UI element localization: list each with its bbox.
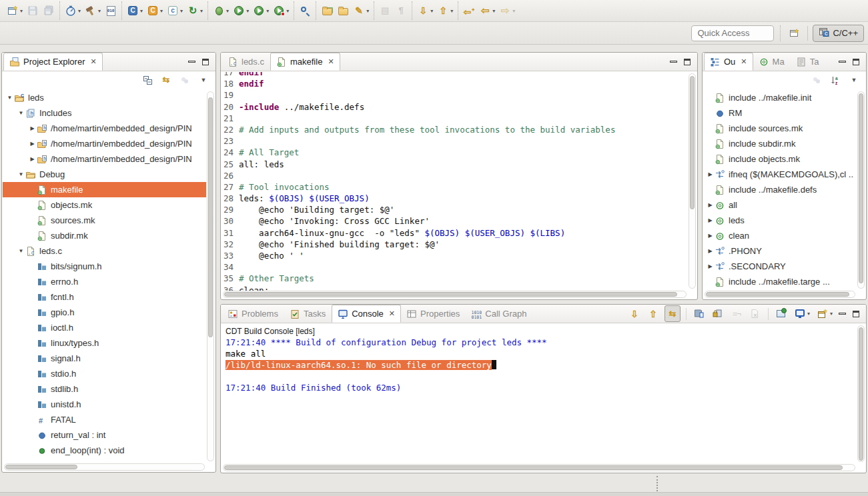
view-tab-console[interactable]: Console✕ (332, 305, 401, 323)
code-line[interactable]: 22# Add inputs and outputs from these to… (222, 125, 688, 136)
new-wizard-button[interactable]: ▾ (5, 3, 24, 19)
new-c-project-button[interactable]: C▾ (125, 3, 144, 19)
tree-item[interactable]: ▼.cleds.c (3, 243, 206, 259)
rebuild-index-button[interactable]: ↻▾ (185, 3, 204, 19)
run-button[interactable]: ▾ (232, 3, 250, 19)
run-external-button[interactable]: ▾ (272, 3, 290, 19)
outline-item[interactable]: RM (703, 105, 857, 121)
expander-icon[interactable]: ▼ (17, 110, 25, 116)
new-c-project-dropdown-icon[interactable]: ▾ (140, 8, 143, 14)
outline-item[interactable]: ▶all (703, 197, 857, 213)
tree-item[interactable]: makefile (3, 182, 206, 197)
mark-occurrences-dropdown-icon[interactable]: ▾ (366, 8, 369, 14)
tree-item[interactable]: ▼Cleds (3, 90, 206, 105)
back-button[interactable]: ⇦▾ (478, 3, 496, 19)
profile-stopwatch-button[interactable]: ▾ (63, 3, 82, 19)
sort-button[interactable]: az (828, 72, 843, 89)
code-line[interactable]: 33 @echo ' ' (222, 251, 688, 262)
scroll-lock-button[interactable] (711, 305, 725, 322)
code-line[interactable]: 32 @echo 'Finished building target: $@' (222, 239, 688, 251)
console-output-area[interactable]: CDT Build Console [leds] 17:21:40 **** B… (222, 324, 857, 464)
code-line[interactable]: 23 (222, 136, 688, 147)
view-menu-button[interactable]: ▼ (847, 72, 861, 89)
view-tab-problems[interactable]: Problems (222, 305, 284, 323)
view-tab-ou[interactable]: Ou✕ (704, 53, 753, 71)
outline-item[interactable]: include sources.mk (703, 121, 857, 136)
previous-annotation-button[interactable]: ⇧▾ (436, 3, 454, 19)
statusbar-sash-handle[interactable] (657, 476, 658, 494)
outline-vscrollbar[interactable] (857, 91, 865, 289)
tree-item[interactable]: errno.h (3, 274, 206, 289)
tree-item[interactable]: ▼Debug (3, 167, 206, 182)
debug-dropdown-icon[interactable]: ▾ (226, 8, 229, 14)
outline-item[interactable]: ▶clean (703, 228, 857, 243)
project-explorer-hscrollbar[interactable] (4, 463, 205, 471)
minimize-icon[interactable] (188, 61, 195, 63)
code-line[interactable]: 26 (222, 171, 688, 182)
view-tab-properties[interactable]: Properties (401, 305, 466, 323)
maximize-icon[interactable] (684, 59, 691, 65)
save-console-button[interactable] (692, 305, 707, 322)
outline-item[interactable]: include objects.mk (703, 151, 857, 167)
display-selected-console-dropdown-icon[interactable]: ▾ (807, 311, 810, 317)
close-icon[interactable]: ✕ (328, 57, 334, 66)
code-line[interactable]: 36clean: (222, 285, 688, 291)
run-configurations-button[interactable]: ▾ (252, 3, 270, 19)
outline-item[interactable]: include ../makefile.defs (703, 182, 857, 197)
expander-icon[interactable]: ▶ (706, 263, 715, 269)
close-icon[interactable]: ✕ (90, 57, 96, 66)
outline-hscrollbar[interactable] (705, 291, 855, 298)
last-edit-location-button[interactable]: ⇦✦ (462, 3, 476, 19)
project-explorer-vscrollbar[interactable] (207, 91, 214, 461)
tree-item[interactable]: stdlib.h (3, 381, 206, 397)
expander-icon[interactable]: ▶ (706, 248, 715, 254)
code-line[interactable]: 30 @echo 'Invoking: Cross GCC Linker' (222, 216, 688, 227)
view-tab-call-graph[interactable]: 10100101Call Graph (466, 305, 532, 323)
open-element-button[interactable] (320, 3, 334, 19)
console-hscrollbar[interactable] (223, 464, 855, 471)
next-error-button[interactable]: ⇩ (627, 305, 642, 322)
code-line[interactable]: 17endif (222, 72, 688, 79)
new-cpp-item-button[interactable]: C▾ (145, 3, 164, 19)
back-dropdown-icon[interactable]: ▾ (492, 8, 495, 14)
minimize-icon[interactable] (839, 61, 846, 63)
view-tab-tasks[interactable]: Tasks (284, 305, 332, 323)
run-external-dropdown-icon[interactable]: ▾ (286, 8, 289, 14)
tree-item[interactable]: return_val : int (3, 427, 206, 443)
code-line[interactable]: 20-include ../makefile.defs (222, 102, 688, 113)
tree-item[interactable]: subdir.mk (3, 228, 206, 243)
view-menu-button[interactable]: ▼ (196, 72, 211, 89)
open-resource-button[interactable] (336, 3, 350, 19)
expander-icon[interactable]: ▶ (28, 125, 37, 131)
tree-item[interactable]: linux/types.h (3, 335, 206, 351)
expander-icon[interactable]: ▶ (28, 156, 37, 162)
code-line[interactable]: 34 (222, 262, 688, 273)
display-selected-console-button[interactable]: ▾ (793, 305, 811, 322)
close-icon[interactable]: ✕ (741, 57, 747, 66)
code-line[interactable]: 25all: leds (222, 159, 688, 171)
outline-item[interactable]: include subdir.mk (703, 136, 857, 151)
search-button[interactable] (298, 3, 312, 19)
outline-item[interactable]: ▶ifneq ($(MAKECMDGOALS),cl .. (703, 167, 857, 182)
minimize-icon[interactable] (839, 313, 846, 315)
expander-icon[interactable]: ▶ (28, 141, 37, 147)
expander-icon[interactable]: ▶ (706, 171, 715, 177)
code-line[interactable]: 18endif (222, 79, 688, 90)
expander-icon[interactable]: ▼ (17, 171, 25, 177)
minimize-icon[interactable] (670, 61, 677, 63)
build-button[interactable]: ▾ (83, 3, 102, 19)
new-wizard-dropdown-icon[interactable]: ▾ (20, 8, 23, 14)
tree-item[interactable]: objects.mk (3, 197, 206, 213)
debug-button[interactable]: ▾ (211, 3, 230, 19)
editor-text-area[interactable]: 17endif18endif1920-include ../makefile.d… (222, 72, 688, 291)
tree-item[interactable]: ▶h/home/martin/embedded_design/PIN (3, 121, 206, 136)
quick-access-input[interactable] (691, 25, 774, 41)
tree-item[interactable]: ▶h/home/martin/embedded_design/PIN (3, 151, 206, 167)
forward-dropdown-icon[interactable]: ▾ (512, 8, 515, 14)
tree-item[interactable]: fcntl.h (3, 289, 206, 305)
outline-item[interactable]: include ../makefile.init (703, 90, 857, 105)
perspective-cpp-button[interactable]: C C/C++ (813, 25, 864, 42)
tree-item[interactable]: signal.h (3, 351, 206, 366)
run-dropdown-icon[interactable]: ▾ (246, 8, 249, 14)
code-line[interactable]: 19 (222, 90, 688, 101)
